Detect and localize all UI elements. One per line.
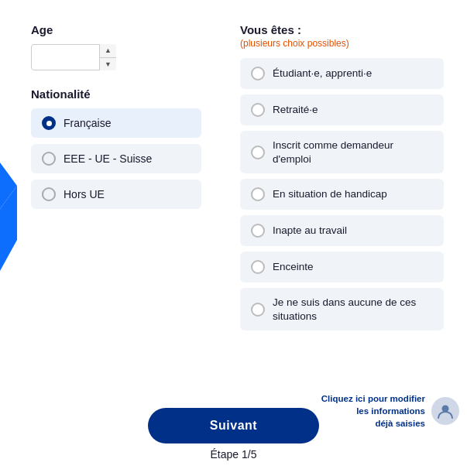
checkbox-item-enceinte[interactable]: Enceinte [240, 252, 444, 283]
checkbox-label-enceinte: Enceinte [273, 260, 314, 274]
radio-label-eee-ue-suisse: EEE - UE - Suisse [64, 152, 152, 165]
nationalite-radio-group: Française EEE - UE - Suisse Hors UE [31, 108, 217, 209]
checkbox-item-etudiant[interactable]: Étudiant·e, apprenti·e [240, 58, 444, 89]
checkbox-item-handicap[interactable]: En situation de handicap [240, 179, 444, 210]
etape-text: Étape 1/5 [211, 448, 257, 461]
age-spinner: ▲ ▼ [99, 44, 116, 70]
left-column: Age ▲ ▼ Nationalité Française EEE - UE -… [31, 23, 217, 330]
radio-label-francaise: Française [64, 117, 111, 129]
radio-label-hors-ue: Hors UE [64, 188, 105, 200]
radio-item-francaise[interactable]: Française [31, 108, 201, 138]
radio-circle-hors-ue [42, 187, 56, 201]
vous-etes-checkbox-group: Étudiant·e, apprenti·e Retraité·e Inscri… [240, 58, 444, 330]
checkbox-label-inapte: Inapte au travail [273, 224, 347, 238]
checkbox-label-demandeur-emploi: Inscrit comme demandeur d'emploi [273, 139, 433, 166]
checkbox-label-aucune: Je ne suis dans aucune de ces situations [273, 296, 433, 323]
svg-marker-2 [0, 240, 17, 271]
vous-etes-title: Vous êtes : [240, 23, 444, 36]
nationalite-label: Nationalité [31, 87, 217, 101]
checkbox-circle-etudiant [251, 67, 265, 80]
checkbox-circle-inapte [251, 224, 265, 238]
checkbox-item-demandeur-emploi[interactable]: Inscrit comme demandeur d'emploi [240, 131, 444, 173]
vous-etes-subtitle: (plusieurs choix possibles) [240, 38, 444, 49]
left-chevron-decoration [0, 0, 17, 476]
checkbox-circle-demandeur-emploi [251, 146, 265, 159]
checkbox-label-etudiant: Étudiant·e, apprenti·e [273, 67, 372, 80]
suivant-button[interactable]: Suivant [148, 408, 319, 443]
checkbox-item-retraite[interactable]: Retraité·e [240, 94, 444, 125]
age-input-wrapper: ▲ ▼ [31, 44, 116, 70]
radio-circle-eee-ue-suisse [42, 152, 56, 166]
age-decrement-button[interactable]: ▼ [100, 58, 116, 71]
radio-circle-francaise [42, 116, 56, 130]
checkbox-circle-retraite [251, 103, 265, 117]
age-increment-button[interactable]: ▲ [100, 44, 116, 58]
checkbox-item-aucune[interactable]: Je ne suis dans aucune de ces situations [240, 288, 444, 330]
age-label: Age [31, 23, 217, 36]
radio-item-hors-ue[interactable]: Hors UE [31, 180, 201, 209]
checkbox-circle-aucune [251, 303, 265, 317]
right-column: Vous êtes : (plusieurs choix possibles) … [240, 23, 444, 330]
checkbox-circle-enceinte [251, 260, 265, 274]
checkbox-item-inapte[interactable]: Inapte au travail [240, 215, 444, 246]
checkbox-label-retraite: Retraité·e [273, 103, 318, 117]
radio-item-eee-ue-suisse[interactable]: EEE - UE - Suisse [31, 144, 201, 173]
bottom-area: Suivant Étape 1/5 [0, 408, 467, 461]
checkbox-circle-handicap [251, 187, 265, 201]
checkbox-label-handicap: En situation de handicap [273, 187, 387, 201]
